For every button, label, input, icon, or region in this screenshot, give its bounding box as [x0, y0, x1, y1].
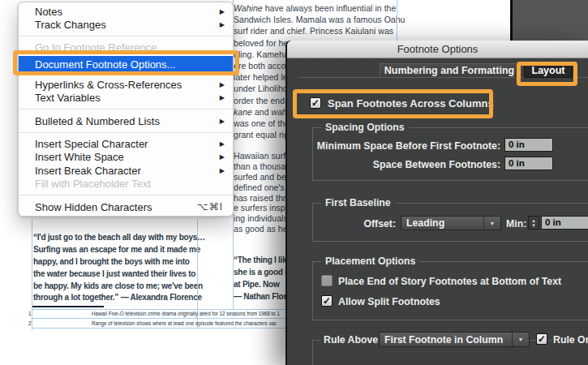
menu-item-insert-white-space[interactable]: Insert White Space▶ [19, 151, 233, 164]
rule-on-checkbox[interactable]: ✓ [536, 333, 547, 345]
menu-item-track-changes[interactable]: Track Changes▶ [19, 18, 233, 31]
footnote-text: Hawaii Five-O television crime drama ori… [92, 311, 280, 316]
stepper-down-icon[interactable]: ▼ [531, 223, 536, 228]
rule-on-label: Rule On [552, 334, 588, 346]
menu-item-label: Hyperlinks & Cross-References [35, 79, 220, 91]
menu-separator [19, 36, 233, 36]
footnote-divider-rule [32, 306, 104, 307]
document-text-line: Surfing was an escape for me and it made… [33, 245, 202, 257]
place-end-of-story-footnotes-at-bottom-of-text-label: Place End of Story Footnotes at Bottom o… [338, 276, 561, 287]
menu-separator [19, 132, 233, 133]
checkmark-icon: ✓ [538, 333, 546, 345]
document-text-line: through a lot together.” — Alexandra Flo… [33, 293, 202, 305]
footnote-number: 1 [28, 311, 92, 316]
place-end-of-story-footnotes-at-bottom-of-text-checkbox[interactable] [321, 275, 333, 286]
menu-item-label: Show Hidden Characters [35, 201, 197, 213]
offset-label: Offset: [320, 218, 396, 230]
menu-item-label: Notes [35, 6, 220, 18]
submenu-arrow-icon: ▶ [220, 153, 225, 161]
dialog-title-bar: Footnote Options [287, 41, 588, 58]
submenu-arrow-icon: ▶ [220, 94, 225, 101]
rule-above-dropdown[interactable]: First Footnote in Column ▼ [379, 332, 530, 347]
menu-item-fill-with-placeholder-text: Fill with Placeholder Text [19, 178, 233, 191]
document-text-line: Wahine have always been influential in t… [234, 3, 404, 15]
placement-options-legend: Placement Options [321, 256, 419, 267]
menu-item-label: Track Changes [35, 19, 220, 31]
checkmark-icon: ✓ [323, 295, 331, 307]
document-text-line: “I'd just go to the beach all day with m… [33, 233, 202, 245]
placement-options-group: Placement Options [312, 261, 588, 320]
menu-shortcut: ⌥⌘I [197, 201, 223, 213]
min-input[interactable]: 0 in [541, 216, 588, 230]
footnote-number: 2 [28, 320, 92, 326]
tab-numbering-and-formatting[interactable]: Numbering and Formatting [380, 63, 519, 78]
menu-item-label: Fill with Placeholder Text [35, 178, 225, 190]
spacing-options-legend: Spacing Options [321, 122, 409, 133]
submenu-arrow-icon: ▶ [220, 8, 225, 15]
min-label: Min: [506, 218, 526, 230]
footnote-frame-edge [32, 309, 291, 310]
rule-above-label: Rule Above: [321, 334, 384, 346]
dialog-title: Footnote Options [397, 43, 479, 55]
document-text-line: happy, and I brought the boys with me in… [33, 257, 202, 269]
menu-item-label: Text Variables [35, 92, 220, 104]
submenu-arrow-icon: ▶ [220, 21, 225, 28]
document-text-line: be happy. My kids are close to me; we've… [33, 281, 202, 294]
dropdown-arrow-icon: ▼ [483, 217, 500, 230]
min-space-input[interactable]: 0 in [504, 138, 553, 152]
text-frame-edge [397, 0, 397, 41]
menu-item-bulleted-numbered-lists[interactable]: Bulleted & Numbered Lists▶ [19, 114, 233, 127]
submenu-arrow-icon: ▶ [220, 167, 225, 174]
menu-separator [19, 195, 233, 195]
dropdown-arrow-icon: ▼ [512, 333, 529, 346]
rule-above-dropdown-value: First Footnote in Column [380, 334, 512, 346]
menu-item-label: Insert Special Character [35, 138, 220, 150]
footnote-text: Range of television shows where at least… [92, 320, 277, 326]
tab-label: Numbering and Formatting [384, 65, 514, 76]
menu-item-text-variables[interactable]: Text Variables▶ [19, 92, 233, 105]
menu-item-insert-special-character[interactable]: Insert Special Character▶ [19, 137, 233, 150]
context-menu: Notes▶Track Changes▶Go to Footnote Refer… [18, 2, 234, 217]
submenu-arrow-icon: ▶ [220, 118, 225, 125]
menu-item-label: Insert Break Character [35, 165, 220, 177]
offset-dropdown-value: Leading [401, 217, 483, 229]
allow-split-footnotes-checkbox[interactable]: ✓ [321, 295, 333, 307]
document-text-line: Sandwich Isles. Mamala was a famous Oahu [234, 15, 404, 26]
offset-dropdown[interactable]: Leading ▼ [401, 216, 501, 230]
document-text-line: the water because I just wanted their li… [33, 269, 202, 281]
min-space-label: Minimum Space Before First Footnote: [311, 140, 500, 152]
menu-item-hyperlinks-cross-references[interactable]: Hyperlinks & Cross-References▶ [19, 78, 233, 91]
footnote-2: 2Range of television shows where at leas… [28, 320, 296, 329]
submenu-arrow-icon: ▶ [220, 81, 225, 88]
first-baseline-legend: First Baseline [321, 197, 395, 208]
submenu-arrow-icon: ▶ [220, 140, 225, 148]
min-stepper[interactable]: ▲ ▼ [528, 216, 539, 230]
menu-item-notes[interactable]: Notes▶ [19, 5, 233, 18]
background-panel [510, 0, 588, 42]
annotation-box-span-checkbox [293, 89, 493, 118]
menu-item-insert-break-character[interactable]: Insert Break Character▶ [19, 164, 233, 177]
allow-split-footnotes-label: Allow Split Footnotes [338, 296, 440, 307]
menu-item-label: Bulleted & Numbered Lists [35, 115, 220, 127]
app-screenshot: Wahine have always been influential in t… [0, 0, 588, 365]
menu-separator [19, 109, 233, 110]
annotation-box-layout-tab [517, 62, 577, 86]
menu-item-label: Insert White Space [35, 151, 220, 163]
space-between-label: Space Between Footnotes: [311, 159, 500, 170]
document-text-line: surf rider and chief. Princess Kaiulani … [234, 26, 404, 37]
document-pull-quote: “I'd just go to the beach all day with m… [33, 233, 202, 305]
spacing-options-group: Spacing Options [312, 127, 588, 181]
footnote-1: 1Hawaii Five-O television crime drama or… [28, 311, 296, 320]
annotation-box-menu-item [13, 50, 239, 75]
menu-item-show-hidden-characters[interactable]: Show Hidden Characters⌥⌘I [19, 200, 233, 213]
space-between-input[interactable]: 0 in [504, 157, 553, 170]
